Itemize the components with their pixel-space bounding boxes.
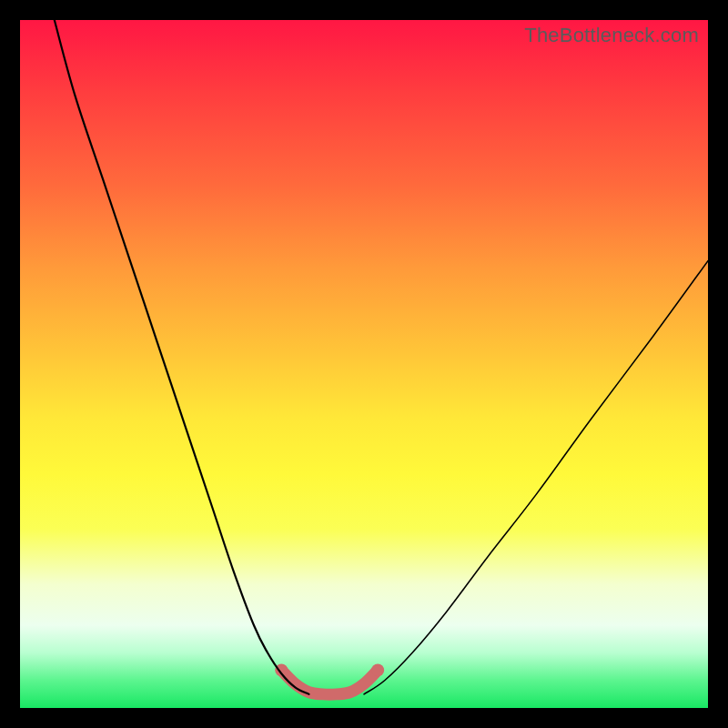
- curve-layer: [20, 20, 708, 708]
- left-curve: [55, 20, 309, 694]
- valley-highlight: [281, 670, 378, 694]
- right-curve: [364, 261, 708, 694]
- chart-frame: TheBottleneck.com: [0, 0, 728, 728]
- plot-area: TheBottleneck.com: [20, 20, 708, 708]
- valley-highlight-endpoint: [371, 663, 384, 676]
